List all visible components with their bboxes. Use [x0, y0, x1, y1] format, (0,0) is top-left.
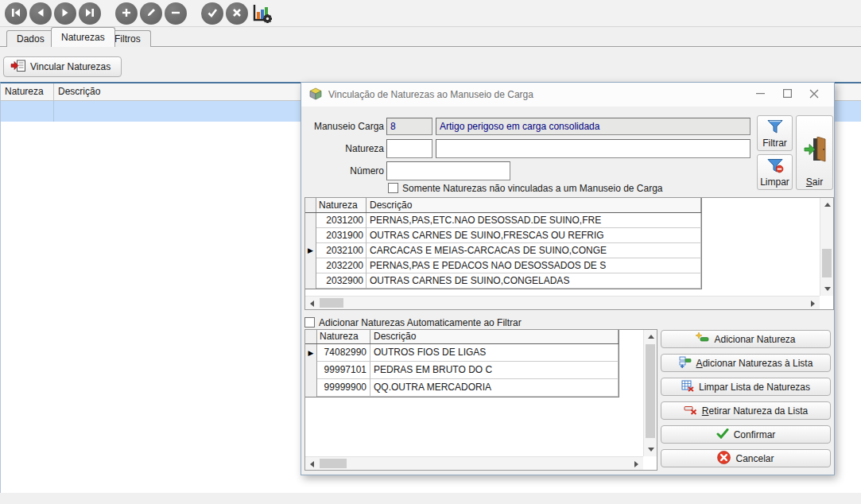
- column-header-natureza[interactable]: Natureza: [1, 83, 54, 100]
- tab-dados[interactable]: Dados: [6, 30, 55, 47]
- row-selector[interactable]: [305, 273, 316, 289]
- next-record-icon: [60, 7, 71, 21]
- close-button[interactable]: [801, 83, 828, 107]
- adicionar-naturezas-lista-button[interactable]: Adicionar Naturezas à Lista: [661, 354, 831, 372]
- minimize-button[interactable]: [747, 83, 774, 107]
- column-header-natureza[interactable]: Natureza: [316, 198, 367, 212]
- grid-header: Natureza Descrição: [305, 330, 619, 344]
- naturezas-selected-grid: Natureza Descrição ▶ 74082990 OUTROS FIO…: [305, 330, 619, 397]
- confirm-check-icon: [716, 428, 729, 441]
- scrollbar-thumb[interactable]: [320, 298, 343, 308]
- limpar-filtro-button[interactable]: Limpar: [757, 154, 793, 190]
- cancel-x-icon: [717, 451, 731, 467]
- table-row-selected[interactable]: ▶ 2032100 CARCACAS E MEIAS-CARCACAS DE S…: [305, 243, 701, 258]
- row-selector[interactable]: ▶: [305, 243, 316, 258]
- scroll-down-button[interactable]: [820, 282, 834, 296]
- confirmar-label: Confirmar: [734, 429, 776, 440]
- minus-icon: [170, 7, 181, 21]
- retirar-natureza-label: Retirar Natureza da Lista: [702, 405, 808, 417]
- row-selector[interactable]: [305, 362, 317, 379]
- pencil-icon: [145, 7, 157, 21]
- chart-settings-button[interactable]: [250, 2, 273, 25]
- confirmar-button[interactable]: Confirmar: [661, 425, 831, 444]
- scroll-up-button[interactable]: [644, 330, 657, 343]
- natureza-label: Natureza: [306, 143, 384, 154]
- cancel-record-button[interactable]: [226, 2, 248, 25]
- triangle-up-icon: [824, 203, 831, 207]
- x-icon: [231, 7, 242, 21]
- vertical-scrollbar[interactable]: [820, 198, 833, 296]
- row-selector[interactable]: [305, 228, 316, 243]
- row-selector[interactable]: [305, 258, 316, 273]
- last-record-button[interactable]: [79, 2, 101, 25]
- natureza-code-input[interactable]: [386, 139, 432, 158]
- table-row[interactable]: 2032900 OUTRAS CARNES DE SUINO,CONGELADA…: [305, 273, 701, 289]
- column-header-natureza[interactable]: Natureza: [317, 330, 370, 343]
- table-row[interactable]: 2031900 OUTRAS CARNES DE SUINO,FRESCAS O…: [305, 228, 701, 243]
- scroll-down-button[interactable]: [644, 443, 657, 456]
- triangle-right-icon: [634, 461, 638, 467]
- vincular-naturezas-label: Vincular Naturezas: [30, 61, 111, 72]
- insert-record-button[interactable]: [115, 2, 138, 25]
- scroll-left-button[interactable]: [305, 457, 319, 471]
- adicionar-automaticamente-checkbox[interactable]: [304, 317, 315, 328]
- table-row-selected[interactable]: ▶ 74082990 OUTROS FIOS DE LIGAS: [305, 344, 619, 362]
- cell-natureza: 2032200: [316, 258, 367, 273]
- clear-list-icon: [681, 380, 694, 394]
- vincular-naturezas-button[interactable]: Vincular Naturezas: [3, 56, 122, 77]
- maximize-button[interactable]: [774, 83, 801, 107]
- horizontal-scrollbar[interactable]: [305, 456, 643, 470]
- table-row[interactable]: 2032200 PERNAS,PAS E PEDACOS NAO DESOSSA…: [305, 258, 701, 273]
- triangle-up-icon: [648, 335, 654, 339]
- vertical-scrollbar[interactable]: [643, 330, 657, 456]
- minimize-icon: [756, 89, 765, 100]
- natureza-desc-input[interactable]: [436, 139, 750, 158]
- cell-descricao: OUTRAS CARNES DE SUINO,CONGELADAS: [367, 273, 701, 289]
- numero-input[interactable]: [386, 161, 510, 180]
- row-selector[interactable]: ▶: [305, 344, 317, 362]
- scroll-right-button[interactable]: [630, 457, 643, 471]
- edit-record-button[interactable]: [140, 2, 162, 25]
- table-row[interactable]: 99999900 QQ.OUTRA MERCADORIA: [305, 379, 619, 397]
- naturezas-selected-grid-panel: Natureza Descrição ▶ 74082990 OUTROS FIO…: [304, 329, 657, 471]
- cell-natureza: 74082990: [317, 344, 370, 362]
- delete-record-button[interactable]: [165, 2, 187, 25]
- first-record-button[interactable]: [5, 2, 27, 25]
- somente-nao-vinculadas-checkbox[interactable]: [388, 183, 398, 193]
- horizontal-scrollbar[interactable]: [305, 296, 820, 309]
- cell-descricao: PERNAS,PAS E PEDACOS NAO DESOSSADOS DE S: [367, 258, 701, 273]
- exit-door-icon: [803, 137, 827, 165]
- post-record-button[interactable]: [201, 2, 223, 25]
- retirar-natureza-button[interactable]: Retirar Natureza da Lista: [661, 401, 831, 420]
- scroll-up-button[interactable]: [820, 198, 834, 211]
- prior-record-button[interactable]: [29, 2, 52, 25]
- tab-naturezas[interactable]: Naturezas: [51, 27, 115, 47]
- triangle-down-icon: [824, 287, 831, 291]
- table-row[interactable]: 99997101 PEDRAS EM BRUTO DO C: [305, 362, 619, 379]
- scrollbar-thumb[interactable]: [646, 344, 655, 438]
- filtrar-button[interactable]: Filtrar: [757, 115, 793, 151]
- scrollbar-thumb[interactable]: [320, 459, 347, 468]
- limpar-lista-button[interactable]: Limpar Lista de Naturezas: [661, 378, 831, 396]
- scroll-left-button[interactable]: [305, 297, 319, 310]
- row-selector[interactable]: [305, 213, 316, 228]
- grid-header: Natureza Descrição: [305, 198, 701, 213]
- dialog-title-bar[interactable]: Vinculação de Naturezas ao Manuseio de C…: [301, 83, 834, 107]
- adicionar-natureza-button[interactable]: Adicionar Natureza: [661, 330, 831, 348]
- column-header-descricao[interactable]: Descrição: [370, 330, 619, 343]
- cell-natureza: 2032900: [316, 273, 367, 289]
- column-header-descricao[interactable]: Descrição: [367, 198, 701, 212]
- cell-natureza: [1, 101, 54, 122]
- chart-settings-icon: [250, 2, 273, 26]
- table-row[interactable]: 2031200 PERNAS,PAS,ETC.NAO DESOSSAD.DE S…: [305, 213, 701, 228]
- sair-button[interactable]: Sair: [796, 115, 833, 190]
- add-naturezas-list-icon: [679, 356, 692, 370]
- triangle-left-icon: [310, 461, 314, 467]
- scrollbar-thumb[interactable]: [822, 249, 832, 277]
- cancelar-button[interactable]: Cancelar: [661, 449, 831, 467]
- cancelar-label: Cancelar: [735, 453, 774, 464]
- scroll-right-button[interactable]: [806, 297, 820, 310]
- row-selector[interactable]: [305, 379, 317, 397]
- adicionar-automaticamente-label: Adicionar Naturezas Automaticamente ao F…: [319, 317, 522, 328]
- next-record-button[interactable]: [54, 2, 76, 25]
